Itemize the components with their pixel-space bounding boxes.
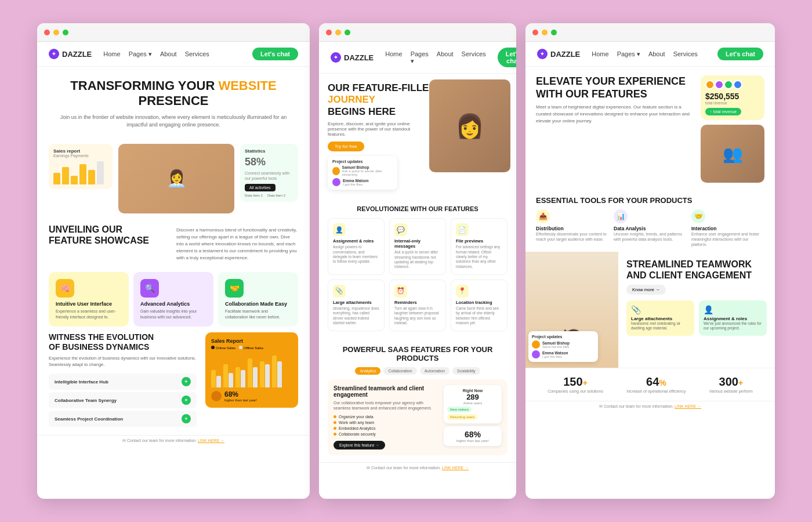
logo-icon-2: ✦ bbox=[331, 52, 341, 63]
contact-link-3[interactable]: LINK HERE → bbox=[675, 404, 701, 408]
revenue-amount: $250,555 bbox=[705, 92, 760, 101]
pu-text-1-3: Send me the files bbox=[542, 345, 570, 349]
feature-showcase-desc: Discover a harmonious blend of functiona… bbox=[176, 227, 298, 262]
elevate-left: ELEVATE YOUR EXPERIENCE WITH OUR FEATURE… bbox=[536, 75, 694, 183]
bullet-dot-1 bbox=[334, 415, 336, 418]
nav-bar-2: ✦ DAZZLE Home Pages ▾ About Services Let… bbox=[319, 42, 516, 74]
stat-label-2: Increase of operational efficiency bbox=[626, 389, 686, 394]
feature-card-desc-1: Experience a seamless and user-friendly … bbox=[56, 309, 122, 320]
maximize-icon[interactable] bbox=[63, 30, 68, 35]
nav-services[interactable]: Services bbox=[185, 50, 209, 58]
stats-badges: New visitors Returning users bbox=[447, 407, 498, 420]
report-bar bbox=[211, 370, 216, 387]
pu-row-2-3: Emma Watson I got the files bbox=[532, 350, 594, 358]
bar-group bbox=[248, 358, 258, 387]
contact-footer-1: ✉ Contact our team for more information.… bbox=[37, 435, 310, 446]
saas-explore-button[interactable]: Explore this feature → bbox=[334, 441, 385, 449]
mini-attachment-icon: 📎 bbox=[631, 305, 690, 314]
stream-know-button[interactable]: Know more → bbox=[626, 285, 666, 295]
stats-row: 150+ Companies using our solutions 64% I… bbox=[525, 368, 775, 401]
report-bar bbox=[248, 358, 252, 387]
minimize-icon[interactable] bbox=[53, 30, 59, 35]
data-analysis-icon: 📊 bbox=[614, 209, 628, 223]
journey-hero-image: 👩 bbox=[429, 79, 510, 172]
nav-links-2: Home Pages ▾ About Services bbox=[385, 50, 485, 65]
hero-subtitle: Join us in the frontier of website innov… bbox=[55, 114, 292, 129]
business-left: WITNESS THE EVOLUTION OF BUSINESS DYNAMI… bbox=[49, 332, 197, 429]
nav-pages[interactable]: Pages ▾ bbox=[129, 50, 152, 58]
report-bar bbox=[253, 367, 258, 387]
hero-image-card: 👩‍💼 bbox=[118, 144, 234, 213]
nav-home-3[interactable]: Home bbox=[592, 50, 608, 58]
tools-grid: 📤 Distribution Effortlessly disseminate … bbox=[536, 209, 764, 247]
revenue-btn[interactable]: ↑ total revenue bbox=[705, 108, 741, 115]
nav-services-2[interactable]: Services bbox=[462, 50, 486, 65]
saas-tab-automation[interactable]: Automation bbox=[420, 367, 449, 375]
revenue-avatars bbox=[705, 80, 760, 89]
nav-home[interactable]: Home bbox=[103, 50, 120, 58]
bullet-4: Collaborate securely bbox=[334, 432, 438, 436]
mini-feat-desc-2: We've just announced the rules for our u… bbox=[704, 321, 762, 331]
contact-footer-3: ✉ Contact our team for more information.… bbox=[525, 401, 775, 412]
feat-desc-3: For advanced settings any format related… bbox=[456, 245, 502, 269]
nav-pages-3[interactable]: Pages ▾ bbox=[617, 50, 640, 58]
features-grid-section: REVOLUTIONIZE WITH OUR FEATURES 👤 Assign… bbox=[319, 198, 516, 338]
hero-image-placeholder: 👩‍💼 bbox=[118, 144, 234, 213]
close-icon-3[interactable] bbox=[532, 30, 538, 35]
bullet-dot-4 bbox=[334, 433, 336, 436]
saas-tab-analytics[interactable]: Analytics bbox=[355, 367, 380, 375]
user-avatar-1 bbox=[332, 167, 340, 175]
feature-card-title-2: Advanced Analytics bbox=[140, 301, 206, 307]
stats-all-activities-button[interactable]: All activities bbox=[245, 184, 276, 191]
journey-hero: OUR FEATURE-FILLED JOURNEY BEGINS HERE E… bbox=[319, 74, 516, 198]
feature-card-desc-3: Facilitate teamwork and collaboration li… bbox=[225, 309, 291, 320]
nav-cta-button[interactable]: Let's chat bbox=[252, 48, 298, 60]
minimize-icon-3[interactable] bbox=[542, 30, 548, 35]
nav-pages-2[interactable]: Pages ▾ bbox=[411, 50, 429, 65]
elevate-desc: Meet a team of heightened digital experi… bbox=[536, 104, 694, 125]
nav-bar: ✦ DAZZLE Home Pages ▾ About Services Let… bbox=[37, 42, 310, 67]
contact-link-1[interactable]: LINK HERE → bbox=[198, 438, 224, 443]
sales-card: Sales report Earnings Payments bbox=[49, 144, 113, 189]
feat-item-5: ⏰ Reminders Turn all again slow it in la… bbox=[389, 280, 446, 331]
minimize-icon-2[interactable] bbox=[335, 30, 341, 35]
tool-desc-3: Enhance user engagement and foster meani… bbox=[691, 231, 764, 247]
close-icon-2[interactable] bbox=[326, 30, 332, 35]
stat-efficiency: 64% Increase of operational efficiency bbox=[626, 375, 686, 394]
pu-name-1-3: Samuel Bishop bbox=[542, 341, 570, 345]
accordion-item-1[interactable]: Intelligible Interface Hub + bbox=[49, 374, 197, 390]
saas-tab-collaboration[interactable]: Collaboration bbox=[383, 367, 416, 375]
feat-title-3: File previews bbox=[456, 238, 502, 244]
journey-cta-button[interactable]: Try for free bbox=[328, 142, 364, 151]
nav-bar-3: ✦ DAZZLE Home Pages ▾ About Services Let… bbox=[525, 42, 775, 67]
bullet-2: Work with any team bbox=[334, 420, 438, 425]
bullet-dot-3 bbox=[334, 427, 336, 430]
accordion-icon-1: + bbox=[182, 377, 191, 386]
accordion-item-3[interactable]: Seamless Project Coordination + bbox=[49, 411, 197, 427]
tool-title-2: Data Analysis bbox=[614, 226, 687, 231]
nav-links: Home Pages ▾ About Services bbox=[103, 50, 241, 58]
rev-avatar-2 bbox=[715, 80, 724, 89]
maximize-icon-2[interactable] bbox=[345, 30, 350, 35]
saas-tab-scalability[interactable]: Scalability bbox=[452, 367, 480, 375]
nav-services-3[interactable]: Services bbox=[673, 50, 698, 58]
bar-group bbox=[235, 367, 245, 387]
browser-bar-1 bbox=[37, 23, 310, 42]
feat-desc-1: Assign powers to conversations, and dele… bbox=[333, 245, 379, 264]
nav-about-3[interactable]: About bbox=[648, 50, 665, 58]
nav-about[interactable]: About bbox=[160, 50, 177, 58]
accordion-item-2[interactable]: Collaborative Team Synergy + bbox=[49, 392, 197, 408]
nav-about-2[interactable]: About bbox=[437, 50, 454, 65]
nav-cta-button-2[interactable]: Let's chat bbox=[498, 48, 516, 67]
close-icon[interactable] bbox=[44, 30, 50, 35]
maximize-icon-3[interactable] bbox=[551, 30, 557, 35]
contact-link-2[interactable]: LINK HERE → bbox=[442, 466, 469, 470]
feat-item-2: 💬 Internal-only messages Ask a quick to … bbox=[389, 218, 446, 275]
rev-avatar-4 bbox=[733, 80, 742, 89]
pu-text-2-3: I got the files bbox=[542, 355, 568, 358]
chart-bar bbox=[62, 167, 69, 184]
nav-home-2[interactable]: Home bbox=[385, 50, 402, 65]
feature-showcase-right: Discover a harmonious blend of functiona… bbox=[176, 224, 298, 262]
nav-cta-button-3[interactable]: Let's chat bbox=[717, 48, 763, 60]
bullet-1: Organize your data bbox=[334, 415, 438, 419]
